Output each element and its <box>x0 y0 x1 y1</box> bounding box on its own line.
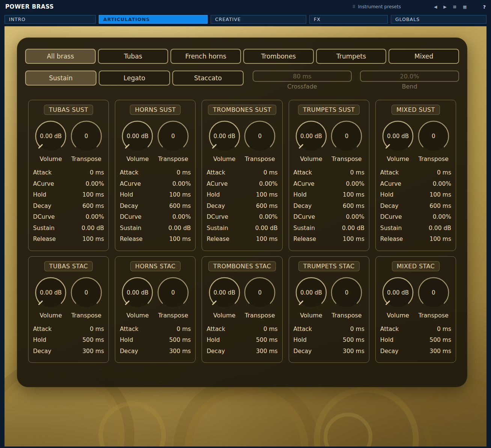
param-value[interactable]: 0.00 dB <box>81 223 104 234</box>
param-row: Decay600 ms <box>206 201 277 212</box>
param-value[interactable]: 0 ms <box>90 167 104 179</box>
tab-intro[interactable]: INTRO <box>5 15 96 24</box>
param-value[interactable]: 100 ms <box>343 234 364 245</box>
tab-articulations[interactable]: ARTICULATIONS <box>99 15 208 24</box>
ensemble-button-all-brass[interactable]: All brass <box>25 49 96 64</box>
param-value[interactable]: 0 ms <box>176 167 191 179</box>
transpose-knob[interactable]: 0 Transpose <box>329 120 364 162</box>
instrument-presets-button[interactable]: ⠿ Instrument presets <box>352 4 401 9</box>
window-icon[interactable]: ⊠ <box>453 5 456 9</box>
volume-knob[interactable]: 0.00 dB Volume <box>294 120 329 162</box>
param-value[interactable]: 600 ms <box>83 201 104 212</box>
param-value[interactable]: 0.00 dB <box>168 223 191 234</box>
param-value[interactable]: 100 ms <box>83 189 104 201</box>
volume-knob[interactable]: 0.00 dB Volume <box>207 276 242 319</box>
param-label: Release <box>120 234 143 245</box>
param-value[interactable]: 0 ms <box>437 324 451 335</box>
articulation-button-sustain[interactable]: Sustain <box>25 71 96 86</box>
prev-preset-icon[interactable]: ◀ <box>434 5 437 9</box>
param-value[interactable]: 0 ms <box>350 167 364 179</box>
bend-slider[interactable]: 20.0% <box>360 71 459 82</box>
next-preset-icon[interactable]: ▶ <box>443 5 446 9</box>
transpose-label: Transpose <box>69 155 104 162</box>
tab-creative[interactable]: CREATIVE <box>211 15 306 24</box>
param-value[interactable]: 100 ms <box>256 234 278 245</box>
param-value[interactable]: 0.00% <box>172 212 191 223</box>
transpose-knob[interactable]: 0 Transpose <box>69 120 104 162</box>
transpose-knob[interactable]: 0 Transpose <box>329 276 364 319</box>
param-value[interactable]: 100 ms <box>429 189 451 201</box>
param-value[interactable]: 0.00 dB <box>255 223 278 234</box>
param-value[interactable]: 300 ms <box>169 346 191 357</box>
volume-knob[interactable]: 0.00 dB Volume <box>294 276 329 319</box>
param-value[interactable]: 0.00% <box>259 179 277 190</box>
param-value[interactable]: 100 ms <box>169 234 191 245</box>
param-value[interactable]: 0 ms <box>437 167 451 179</box>
transpose-value: 0 <box>70 276 103 309</box>
ensemble-button-trumpets[interactable]: Trumpets <box>316 49 387 64</box>
param-value[interactable]: 500 ms <box>429 335 451 346</box>
transpose-knob[interactable]: 0 Transpose <box>416 276 451 319</box>
transpose-knob[interactable]: 0 Transpose <box>155 120 191 162</box>
param-value[interactable]: 100 ms <box>83 234 104 245</box>
param-value[interactable]: 600 ms <box>256 201 278 212</box>
param-value[interactable]: 0.00% <box>346 179 364 190</box>
param-value[interactable]: 0.00% <box>433 179 451 190</box>
panels-icon[interactable]: ▦ <box>463 5 467 9</box>
param-value[interactable]: 0 ms <box>90 324 104 335</box>
param-value[interactable]: 0 ms <box>350 324 364 335</box>
articulation-card: TRUMPETS SUST 0.00 dB Volume <box>289 100 369 251</box>
ensemble-button-trombones[interactable]: Trombones <box>243 49 314 64</box>
tab-globals[interactable]: GLOBALS <box>391 15 486 24</box>
param-value[interactable]: 100 ms <box>256 189 278 201</box>
volume-knob[interactable]: 0.00 dB Volume <box>380 276 416 319</box>
param-value[interactable]: 0.00% <box>172 179 191 190</box>
param-value[interactable]: 0 ms <box>264 167 278 179</box>
param-value[interactable]: 500 ms <box>343 335 364 346</box>
param-value[interactable]: 100 ms <box>169 189 191 201</box>
tab-fx[interactable]: FX <box>309 15 388 24</box>
crossfade-slider[interactable]: 80 ms <box>253 71 352 82</box>
transpose-knob[interactable]: 0 Transpose <box>155 276 191 319</box>
param-value[interactable]: 100 ms <box>429 234 451 245</box>
transpose-knob[interactable]: 0 Transpose <box>416 120 451 162</box>
param-value[interactable]: 600 ms <box>169 201 191 212</box>
param-value[interactable]: 300 ms <box>343 346 364 357</box>
transpose-knob[interactable]: 0 Transpose <box>69 276 104 319</box>
articulation-card: HORNS SUST 0.00 dB Volume <box>115 100 196 251</box>
param-value[interactable]: 0.00% <box>86 179 104 190</box>
articulation-button-legato[interactable]: Legato <box>99 71 170 86</box>
help-button[interactable]: ? <box>483 4 486 10</box>
param-value[interactable]: 300 ms <box>429 346 451 357</box>
volume-knob[interactable]: 0.00 dB Volume <box>120 120 155 162</box>
ensemble-button-french-horns[interactable]: French horns <box>170 49 241 64</box>
param-value[interactable]: 600 ms <box>429 201 451 212</box>
param-value[interactable]: 300 ms <box>256 346 278 357</box>
param-value[interactable]: 0 ms <box>264 324 278 335</box>
volume-knob[interactable]: 0.00 dB Volume <box>380 120 416 162</box>
param-value[interactable]: 0.00 dB <box>429 223 451 234</box>
param-value[interactable]: 0.00% <box>346 212 364 223</box>
param-value[interactable]: 500 ms <box>83 335 104 346</box>
param-value[interactable]: 500 ms <box>169 335 191 346</box>
ensemble-button-tubas[interactable]: Tubas <box>98 49 169 64</box>
param-value[interactable]: 500 ms <box>256 335 278 346</box>
param-value[interactable]: 600 ms <box>343 201 364 212</box>
param-value[interactable]: 100 ms <box>343 189 364 201</box>
ensemble-button-mixed[interactable]: Mixed <box>389 49 459 64</box>
articulation-button-staccato[interactable]: Staccato <box>172 71 244 86</box>
param-value[interactable]: 0.00 dB <box>342 223 364 234</box>
param-value[interactable]: 0 ms <box>176 324 191 335</box>
param-row: Release100 ms <box>120 234 191 245</box>
volume-knob[interactable]: 0.00 dB Volume <box>33 276 68 319</box>
param-value[interactable]: 0.00% <box>259 212 277 223</box>
transpose-knob[interactable]: 0 Transpose <box>242 276 277 319</box>
volume-knob[interactable]: 0.00 dB Volume <box>207 120 242 162</box>
transpose-knob[interactable]: 0 Transpose <box>242 120 277 162</box>
param-label: Decay <box>206 346 225 357</box>
volume-knob[interactable]: 0.00 dB Volume <box>120 276 155 319</box>
volume-knob[interactable]: 0.00 dB Volume <box>33 120 68 162</box>
param-value[interactable]: 0.00% <box>86 212 104 223</box>
param-value[interactable]: 300 ms <box>83 346 104 357</box>
param-value[interactable]: 0.00% <box>433 212 451 223</box>
